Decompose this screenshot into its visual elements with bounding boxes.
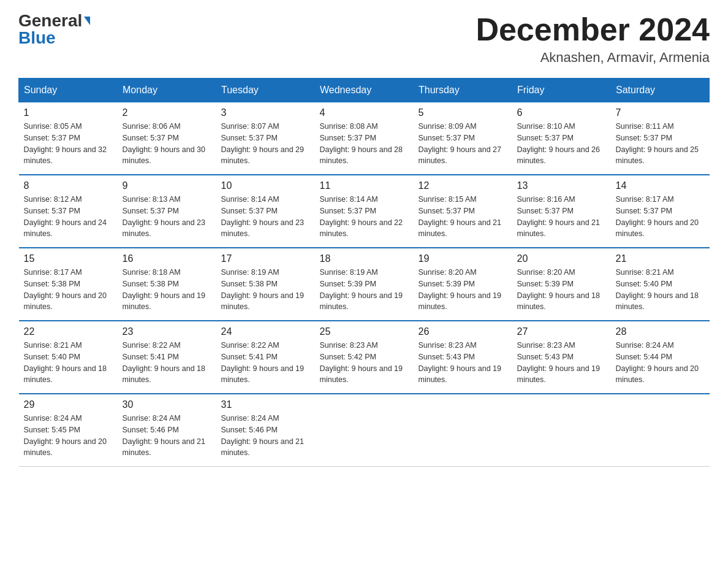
calendar-cell — [315, 394, 414, 467]
calendar-cell: 18 Sunrise: 8:19 AM Sunset: 5:39 PM Dayl… — [315, 248, 414, 321]
location-title: Aknashen, Armavir, Armenia — [476, 50, 710, 66]
calendar-cell: 27 Sunrise: 8:23 AM Sunset: 5:43 PM Dayl… — [512, 321, 611, 394]
day-number: 12 — [419, 180, 507, 191]
calendar-cell: 21 Sunrise: 8:21 AM Sunset: 5:40 PM Dayl… — [611, 248, 710, 321]
day-number: 2 — [123, 107, 211, 118]
day-number: 14 — [616, 180, 705, 191]
calendar-cell: 14 Sunrise: 8:17 AM Sunset: 5:37 PM Dayl… — [611, 175, 710, 248]
day-info: Sunrise: 8:19 AM Sunset: 5:38 PM Dayligh… — [221, 267, 310, 313]
day-info: Sunrise: 8:20 AM Sunset: 5:39 PM Dayligh… — [419, 267, 507, 313]
day-info: Sunrise: 8:24 AM Sunset: 5:44 PM Dayligh… — [616, 340, 705, 386]
calendar-cell: 26 Sunrise: 8:23 AM Sunset: 5:43 PM Dayl… — [414, 321, 512, 394]
calendar-cell: 5 Sunrise: 8:09 AM Sunset: 5:37 PM Dayli… — [414, 102, 512, 175]
day-number: 23 — [123, 326, 211, 337]
day-number: 5 — [419, 107, 507, 118]
day-number: 22 — [24, 326, 113, 337]
header-saturday: Saturday — [611, 79, 710, 102]
calendar-cell: 9 Sunrise: 8:13 AM Sunset: 5:37 PM Dayli… — [118, 175, 216, 248]
calendar-cell: 20 Sunrise: 8:20 AM Sunset: 5:39 PM Dayl… — [512, 248, 611, 321]
calendar-cell: 10 Sunrise: 8:14 AM Sunset: 5:37 PM Dayl… — [216, 175, 315, 248]
calendar-cell: 4 Sunrise: 8:08 AM Sunset: 5:37 PM Dayli… — [315, 102, 414, 175]
day-number: 21 — [616, 253, 705, 264]
day-info: Sunrise: 8:20 AM Sunset: 5:39 PM Dayligh… — [517, 267, 606, 313]
day-number: 3 — [221, 107, 310, 118]
calendar-cell — [414, 394, 512, 467]
day-number: 18 — [320, 253, 409, 264]
page-header: General Blue December 2024 Aknashen, Arm… — [18, 12, 710, 66]
day-info: Sunrise: 8:07 AM Sunset: 5:37 PM Dayligh… — [221, 121, 310, 167]
month-title: December 2024 — [476, 12, 710, 47]
day-info: Sunrise: 8:23 AM Sunset: 5:42 PM Dayligh… — [320, 340, 409, 386]
calendar-week-row: 22 Sunrise: 8:21 AM Sunset: 5:40 PM Dayl… — [19, 321, 710, 394]
logo-general-text: General — [18, 12, 82, 29]
day-info: Sunrise: 8:22 AM Sunset: 5:41 PM Dayligh… — [123, 340, 211, 386]
header-tuesday: Tuesday — [216, 79, 315, 102]
calendar-cell: 29 Sunrise: 8:24 AM Sunset: 5:45 PM Dayl… — [19, 394, 118, 467]
day-number: 31 — [221, 399, 310, 410]
day-info: Sunrise: 8:18 AM Sunset: 5:38 PM Dayligh… — [123, 267, 211, 313]
calendar-cell: 1 Sunrise: 8:05 AM Sunset: 5:37 PM Dayli… — [19, 102, 118, 175]
day-number: 19 — [419, 253, 507, 264]
calendar-cell: 7 Sunrise: 8:11 AM Sunset: 5:37 PM Dayli… — [611, 102, 710, 175]
day-number: 26 — [419, 326, 507, 337]
day-info: Sunrise: 8:12 AM Sunset: 5:37 PM Dayligh… — [24, 194, 113, 240]
day-info: Sunrise: 8:24 AM Sunset: 5:45 PM Dayligh… — [24, 413, 113, 459]
day-info: Sunrise: 8:08 AM Sunset: 5:37 PM Dayligh… — [320, 121, 409, 167]
calendar-cell: 6 Sunrise: 8:10 AM Sunset: 5:37 PM Dayli… — [512, 102, 611, 175]
day-number: 16 — [123, 253, 211, 264]
header-monday: Monday — [118, 79, 216, 102]
calendar-cell: 25 Sunrise: 8:23 AM Sunset: 5:42 PM Dayl… — [315, 321, 414, 394]
calendar-cell: 28 Sunrise: 8:24 AM Sunset: 5:44 PM Dayl… — [611, 321, 710, 394]
calendar-cell: 19 Sunrise: 8:20 AM Sunset: 5:39 PM Dayl… — [414, 248, 512, 321]
day-number: 17 — [221, 253, 310, 264]
day-info: Sunrise: 8:09 AM Sunset: 5:37 PM Dayligh… — [419, 121, 507, 167]
day-info: Sunrise: 8:24 AM Sunset: 5:46 PM Dayligh… — [221, 413, 310, 459]
day-number: 7 — [616, 107, 705, 118]
header-wednesday: Wednesday — [315, 79, 414, 102]
day-info: Sunrise: 8:24 AM Sunset: 5:46 PM Dayligh… — [123, 413, 211, 459]
header-thursday: Thursday — [414, 79, 512, 102]
day-number: 30 — [123, 399, 211, 410]
day-info: Sunrise: 8:17 AM Sunset: 5:38 PM Dayligh… — [24, 267, 113, 313]
calendar-table: Sunday Monday Tuesday Wednesday Thursday… — [18, 78, 710, 467]
day-info: Sunrise: 8:13 AM Sunset: 5:37 PM Dayligh… — [123, 194, 211, 240]
day-number: 27 — [517, 326, 606, 337]
day-info: Sunrise: 8:22 AM Sunset: 5:41 PM Dayligh… — [221, 340, 310, 386]
day-info: Sunrise: 8:23 AM Sunset: 5:43 PM Dayligh… — [517, 340, 606, 386]
calendar-cell: 22 Sunrise: 8:21 AM Sunset: 5:40 PM Dayl… — [19, 321, 118, 394]
day-number: 24 — [221, 326, 310, 337]
logo: General Blue — [18, 12, 90, 47]
calendar-cell: 24 Sunrise: 8:22 AM Sunset: 5:41 PM Dayl… — [216, 321, 315, 394]
day-info: Sunrise: 8:14 AM Sunset: 5:37 PM Dayligh… — [221, 194, 310, 240]
calendar-cell: 8 Sunrise: 8:12 AM Sunset: 5:37 PM Dayli… — [19, 175, 118, 248]
day-number: 1 — [24, 107, 113, 118]
day-info: Sunrise: 8:15 AM Sunset: 5:37 PM Dayligh… — [419, 194, 507, 240]
day-number: 28 — [616, 326, 705, 337]
day-number: 20 — [517, 253, 606, 264]
day-number: 10 — [221, 180, 310, 191]
calendar-week-row: 1 Sunrise: 8:05 AM Sunset: 5:37 PM Dayli… — [19, 102, 710, 175]
day-info: Sunrise: 8:21 AM Sunset: 5:40 PM Dayligh… — [24, 340, 113, 386]
calendar-cell: 31 Sunrise: 8:24 AM Sunset: 5:46 PM Dayl… — [216, 394, 315, 467]
day-info: Sunrise: 8:21 AM Sunset: 5:40 PM Dayligh… — [616, 267, 705, 313]
calendar-cell — [611, 394, 710, 467]
day-number: 8 — [24, 180, 113, 191]
calendar-week-row: 15 Sunrise: 8:17 AM Sunset: 5:38 PM Dayl… — [19, 248, 710, 321]
day-info: Sunrise: 8:23 AM Sunset: 5:43 PM Dayligh… — [419, 340, 507, 386]
day-info: Sunrise: 8:05 AM Sunset: 5:37 PM Dayligh… — [24, 121, 113, 167]
day-number: 29 — [24, 399, 113, 410]
calendar-cell: 13 Sunrise: 8:16 AM Sunset: 5:37 PM Dayl… — [512, 175, 611, 248]
calendar-cell: 11 Sunrise: 8:14 AM Sunset: 5:37 PM Dayl… — [315, 175, 414, 248]
header-friday: Friday — [512, 79, 611, 102]
day-info: Sunrise: 8:11 AM Sunset: 5:37 PM Dayligh… — [616, 121, 705, 167]
day-info: Sunrise: 8:10 AM Sunset: 5:37 PM Dayligh… — [517, 121, 606, 167]
calendar-week-row: 29 Sunrise: 8:24 AM Sunset: 5:45 PM Dayl… — [19, 394, 710, 467]
calendar-cell — [512, 394, 611, 467]
day-number: 9 — [123, 180, 211, 191]
day-number: 13 — [517, 180, 606, 191]
calendar-cell: 17 Sunrise: 8:19 AM Sunset: 5:38 PM Dayl… — [216, 248, 315, 321]
calendar-cell: 23 Sunrise: 8:22 AM Sunset: 5:41 PM Dayl… — [118, 321, 216, 394]
logo-blue-text: Blue — [18, 29, 56, 47]
day-info: Sunrise: 8:16 AM Sunset: 5:37 PM Dayligh… — [517, 194, 606, 240]
day-info: Sunrise: 8:17 AM Sunset: 5:37 PM Dayligh… — [616, 194, 705, 240]
